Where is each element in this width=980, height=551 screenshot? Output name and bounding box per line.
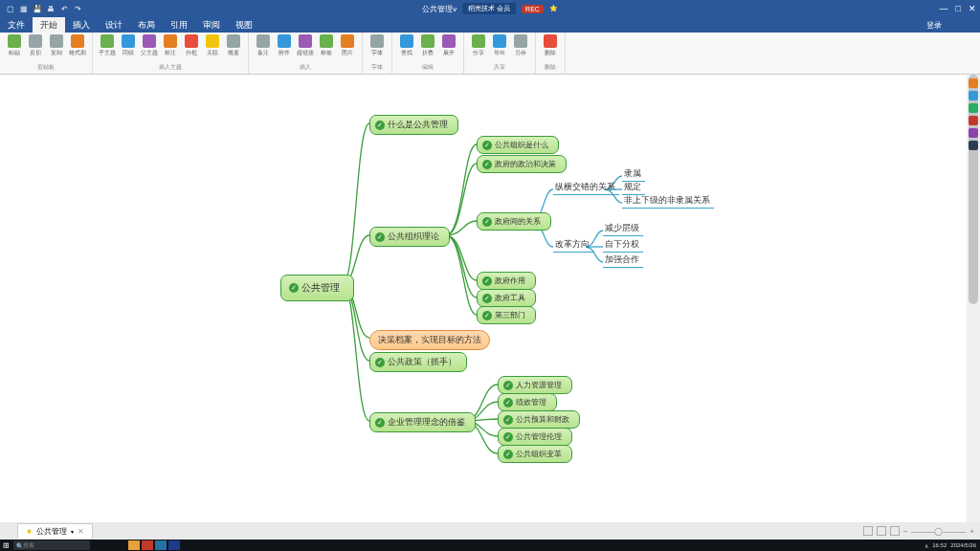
side-icon-2[interactable]: [969, 91, 978, 100]
node-label: 公共组织理论: [388, 231, 439, 243]
view-icon-3[interactable]: [890, 526, 900, 536]
leaf-n2c1a[interactable]: 隶属: [622, 168, 645, 182]
ribbon-button[interactable]: 另存: [512, 34, 529, 57]
side-icon-4[interactable]: [969, 116, 978, 125]
ribbon-icon: [278, 34, 291, 48]
ribbon-button[interactable]: 复制: [48, 34, 65, 57]
node-n5d[interactable]: ✓公共管理伦理: [498, 428, 572, 446]
ribbon-button[interactable]: 图片: [339, 34, 356, 57]
start-button[interactable]: ⊞: [0, 540, 11, 551]
menu-design[interactable]: 设计: [98, 17, 130, 33]
check-icon: ✓: [375, 232, 385, 242]
menu-references[interactable]: 引用: [163, 17, 195, 33]
ribbon-button[interactable]: 附件: [276, 34, 293, 57]
mindmap-canvas[interactable]: ✓公共管理 ✓什么是公共管理 ✓公共组织理论 决策档案，实现目标的方法 ✓公共政…: [0, 75, 967, 522]
app-icon-3[interactable]: [155, 540, 167, 550]
vip-icon[interactable]: ⭐: [549, 5, 558, 12]
ribbon-icon: [400, 34, 413, 48]
node-n2[interactable]: ✓公共组织理论: [369, 227, 450, 247]
node-n5c[interactable]: ✓公共预算和财政: [498, 410, 580, 429]
node-n2e[interactable]: ✓政府工具: [477, 289, 536, 307]
qat-open-icon[interactable]: ▦: [19, 4, 29, 13]
qat-print-icon[interactable]: 🖶: [46, 4, 56, 13]
rec-badge[interactable]: REC: [522, 5, 544, 13]
leaf-n2c2a[interactable]: 减少层级: [603, 223, 643, 236]
menu-review[interactable]: 审阅: [195, 17, 228, 33]
node-n4[interactable]: ✓公共政策（抓手）: [369, 352, 467, 372]
app-icon-1[interactable]: [128, 540, 140, 550]
qat-undo-icon[interactable]: ↶: [59, 4, 69, 13]
tab-dropdown-icon[interactable]: ▾: [71, 528, 74, 535]
ribbon-button[interactable]: 备注: [255, 34, 272, 57]
ribbon-button[interactable]: 查找: [398, 34, 415, 57]
tray-clock[interactable]: 16:52: [932, 542, 947, 548]
leaf-n2c2b[interactable]: 自下分权: [603, 239, 643, 253]
ribbon-button[interactable]: 标签: [318, 34, 335, 57]
login-link[interactable]: 登录: [926, 20, 980, 31]
node-n5b[interactable]: ✓绩效管理: [498, 393, 557, 411]
minimize-icon[interactable]: —: [940, 4, 948, 13]
node-n5[interactable]: ✓企业管理理念的借鉴: [369, 412, 476, 432]
side-icon-3[interactable]: [969, 103, 978, 113]
node-n5e[interactable]: ✓公共组织变革: [498, 445, 572, 463]
view-icon-2[interactable]: [877, 526, 886, 536]
ribbon-button[interactable]: 展开: [440, 34, 457, 57]
node-n2f[interactable]: ✓第三部门: [477, 306, 536, 324]
node-root[interactable]: ✓公共管理: [280, 275, 354, 301]
doc-tab[interactable]: ★ 公共管理 ▾ ✕: [17, 523, 93, 539]
qat-new-icon[interactable]: ▢: [6, 4, 15, 13]
node-n2b[interactable]: ✓政府的政治和决策: [477, 155, 567, 173]
ribbon-button[interactable]: 概要: [225, 34, 242, 57]
leaf-n2c1c[interactable]: 非上下级的非隶属关系: [622, 195, 714, 209]
taskbar-search[interactable]: 🔍 搜索: [13, 540, 90, 550]
ribbon-button[interactable]: 折叠: [419, 34, 436, 57]
ribbon-button[interactable]: 粘贴: [6, 34, 23, 57]
zoom-slider[interactable]: ———◯———: [911, 527, 966, 536]
ribbon-button[interactable]: 剪切: [27, 34, 44, 57]
ribbon-button[interactable]: 外框: [183, 34, 200, 57]
leaf-n2c1[interactable]: 纵横交错的关系: [553, 182, 619, 195]
zoom-in-icon[interactable]: +: [969, 527, 974, 536]
ribbon-button[interactable]: 超链接: [297, 34, 314, 57]
ribbon-button[interactable]: 标注: [162, 34, 179, 57]
node-n5a[interactable]: ✓人力资源管理: [498, 376, 572, 394]
ribbon-button[interactable]: 字体: [368, 34, 386, 57]
ribbon-button[interactable]: 子主题: [99, 34, 116, 57]
side-icon-5[interactable]: [969, 128, 978, 138]
ribbon-button[interactable]: 同级: [120, 34, 137, 57]
qat-save-icon[interactable]: 💾: [33, 4, 42, 13]
close-icon[interactable]: ✕: [969, 4, 976, 13]
side-icon-1[interactable]: [969, 78, 978, 88]
menu-file[interactable]: 文件: [0, 17, 33, 33]
menu-insert[interactable]: 插入: [65, 17, 98, 33]
ribbon-button[interactable]: 父主题: [141, 34, 158, 57]
qat-redo-icon[interactable]: ↷: [73, 4, 82, 13]
zoom-out-icon[interactable]: −: [903, 527, 908, 536]
node-n2c[interactable]: ✓政府间的关系: [477, 212, 551, 231]
ribbon-label: 展开: [443, 49, 455, 57]
node-n2a[interactable]: ✓公共组织是什么: [477, 136, 559, 154]
ribbon-button[interactable]: 删除: [542, 34, 559, 57]
ribbon-button[interactable]: 分享: [470, 34, 487, 57]
ribbon-button[interactable]: 格式刷: [69, 34, 86, 57]
tab-close-icon[interactable]: ✕: [78, 527, 84, 536]
menu-home[interactable]: 开始: [33, 17, 65, 33]
node-n1[interactable]: ✓什么是公共管理: [369, 115, 458, 135]
ribbon-button[interactable]: 导出: [491, 34, 508, 57]
app-icon-2[interactable]: [142, 540, 153, 550]
member-badge[interactable]: 稻壳技术 会员: [462, 3, 516, 14]
ribbon-button[interactable]: 关联: [204, 34, 221, 57]
maximize-icon[interactable]: □: [956, 4, 961, 13]
tray-icon[interactable]: ∧: [924, 542, 928, 549]
node-n2d[interactable]: ✓政府作用: [477, 272, 536, 290]
leaf-n2c2c[interactable]: 加强合作: [603, 254, 643, 268]
menu-view[interactable]: 视图: [228, 17, 260, 33]
menu-layout[interactable]: 布局: [130, 17, 163, 33]
view-icon-1[interactable]: [863, 526, 873, 536]
app-icon-4[interactable]: [168, 540, 180, 550]
leaf-n2c2[interactable]: 改革方向: [553, 239, 593, 253]
tray-date[interactable]: 2024/5/26: [950, 542, 976, 548]
side-icon-6[interactable]: [969, 141, 978, 150]
node-n3[interactable]: 决策档案，实现目标的方法: [369, 330, 490, 350]
leaf-n2c1b[interactable]: 规定: [622, 182, 645, 195]
